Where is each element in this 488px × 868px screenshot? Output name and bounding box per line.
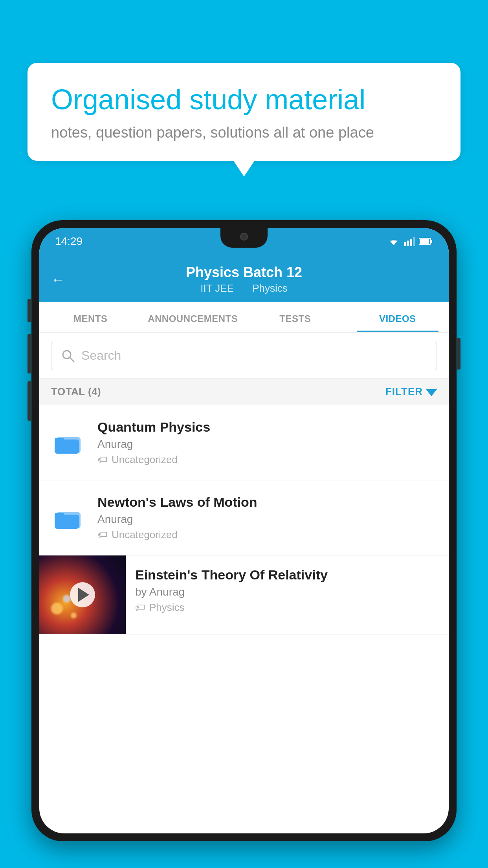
- list-item[interactable]: Newton's Laws of Motion Anurag 🏷 Uncateg…: [39, 480, 449, 555]
- tabs-bar: MENTS ANNOUNCEMENTS TESTS VIDEOS: [39, 302, 449, 333]
- subtitle-iitjee: IIT JEE: [200, 282, 234, 294]
- phone-notch: [220, 228, 268, 248]
- svg-rect-16: [55, 513, 64, 517]
- tag-icon: 🏷: [135, 601, 145, 614]
- item-author: Anurag: [97, 513, 437, 526]
- svg-line-10: [70, 358, 74, 362]
- video-list: Quantum Physics Anurag 🏷 Uncategorized: [39, 405, 449, 634]
- status-icons: [387, 237, 433, 246]
- item-title: Quantum Physics: [97, 419, 437, 435]
- front-camera: [240, 233, 248, 241]
- item-info: Einstein's Theory Of Relativity by Anura…: [126, 555, 449, 625]
- speech-bubble-title: Organised study material: [51, 83, 437, 116]
- speech-bubble: Organised study material notes, question…: [28, 63, 460, 161]
- item-tag: 🏷 Uncategorized: [97, 454, 437, 466]
- video-thumbnail: [39, 555, 126, 634]
- power-button: [457, 338, 460, 370]
- glow-decoration: [63, 595, 71, 603]
- tag-label: Uncategorized: [112, 454, 178, 466]
- play-triangle: [78, 588, 89, 602]
- filter-funnel-icon: [426, 389, 437, 396]
- svg-rect-8: [420, 239, 429, 244]
- total-count: TOTAL (4): [51, 386, 101, 398]
- filter-button[interactable]: FILTER: [385, 386, 437, 398]
- item-tag: 🏷 Uncategorized: [97, 529, 437, 541]
- header-subtitle: IIT JEE Physics: [186, 282, 302, 294]
- item-title: Newton's Laws of Motion: [97, 495, 437, 510]
- volume-down-button: [28, 381, 31, 421]
- svg-rect-7: [431, 240, 432, 243]
- folder-icon: [51, 505, 86, 530]
- list-item[interactable]: Quantum Physics Anurag 🏷 Uncategorized: [39, 405, 449, 480]
- folder-svg: [55, 505, 83, 530]
- folder-svg: [55, 430, 83, 455]
- filter-bar: TOTAL (4) FILTER: [39, 379, 449, 405]
- item-info: Quantum Physics Anurag 🏷 Uncategorized: [97, 419, 437, 466]
- folder-icon: [51, 430, 86, 455]
- silent-button: [28, 299, 31, 322]
- item-author: Anurag: [97, 438, 437, 451]
- header-title-area: Physics Batch 12 IIT JEE Physics: [186, 264, 302, 294]
- svg-rect-5: [413, 237, 415, 246]
- back-button[interactable]: ←: [51, 271, 65, 288]
- glow-decoration: [71, 612, 77, 618]
- item-tag: 🏷 Physics: [135, 601, 439, 614]
- speech-bubble-subtitle: notes, question papers, solutions all at…: [51, 124, 437, 141]
- speech-bubble-section: Organised study material notes, question…: [28, 63, 460, 161]
- svg-rect-3: [407, 241, 409, 246]
- tab-announcements[interactable]: ANNOUNCEMENTS: [142, 302, 244, 332]
- volume-up-button: [28, 334, 31, 373]
- wifi-icon: [387, 237, 400, 246]
- item-author: by Anurag: [135, 586, 439, 598]
- tag-label: Physics: [149, 601, 185, 614]
- search-icon: [61, 349, 75, 363]
- phone-mockup: 14:29: [31, 220, 457, 868]
- subtitle-physics: Physics: [252, 282, 288, 294]
- svg-rect-13: [55, 438, 64, 442]
- header-title: Physics Batch 12: [186, 264, 302, 281]
- tab-ments[interactable]: MENTS: [39, 302, 142, 332]
- status-time: 14:29: [55, 235, 83, 248]
- signal-icon: [404, 237, 415, 246]
- tab-tests[interactable]: TESTS: [244, 302, 347, 332]
- battery-icon: [419, 237, 433, 245]
- app-header: ← Physics Batch 12 IIT JEE Physics: [39, 255, 449, 302]
- phone-screen: 14:29: [39, 228, 449, 833]
- tab-videos[interactable]: VIDEOS: [347, 302, 449, 332]
- thumb-background: [39, 555, 126, 634]
- item-title: Einstein's Theory Of Relativity: [135, 567, 439, 583]
- item-info: Newton's Laws of Motion Anurag 🏷 Uncateg…: [97, 495, 437, 541]
- svg-rect-2: [404, 242, 406, 246]
- tag-label: Uncategorized: [112, 529, 178, 541]
- play-button-icon[interactable]: [70, 582, 95, 607]
- search-placeholder: Search: [81, 348, 121, 363]
- phone-outer: 14:29: [31, 220, 457, 841]
- glow-decoration: [51, 603, 63, 614]
- tag-icon: 🏷: [97, 454, 108, 466]
- search-container: Search: [39, 333, 449, 379]
- list-item[interactable]: Einstein's Theory Of Relativity by Anura…: [39, 555, 449, 634]
- svg-rect-4: [410, 239, 412, 246]
- search-bar[interactable]: Search: [51, 341, 437, 370]
- tag-icon: 🏷: [97, 529, 108, 541]
